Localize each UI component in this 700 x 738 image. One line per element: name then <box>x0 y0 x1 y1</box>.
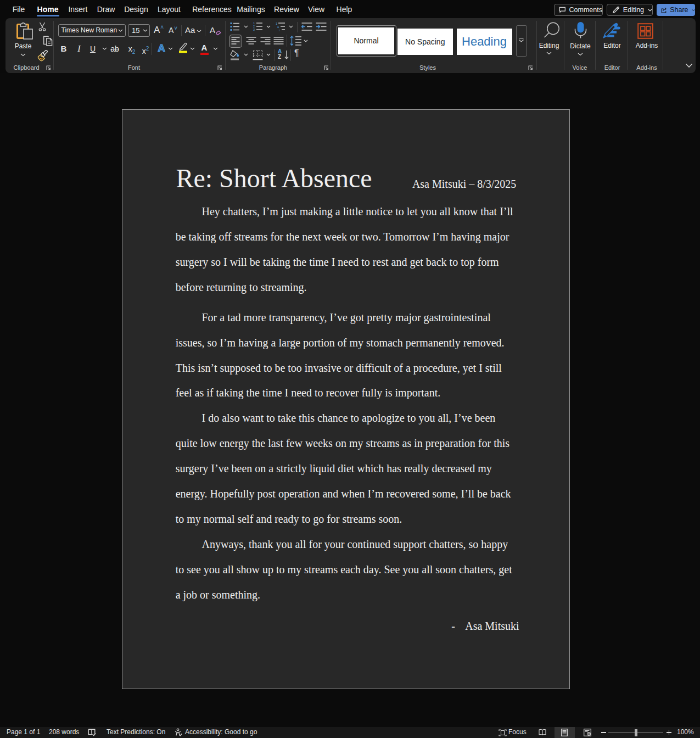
svg-text:3: 3 <box>253 28 255 31</box>
svg-text:i: i <box>279 29 279 32</box>
